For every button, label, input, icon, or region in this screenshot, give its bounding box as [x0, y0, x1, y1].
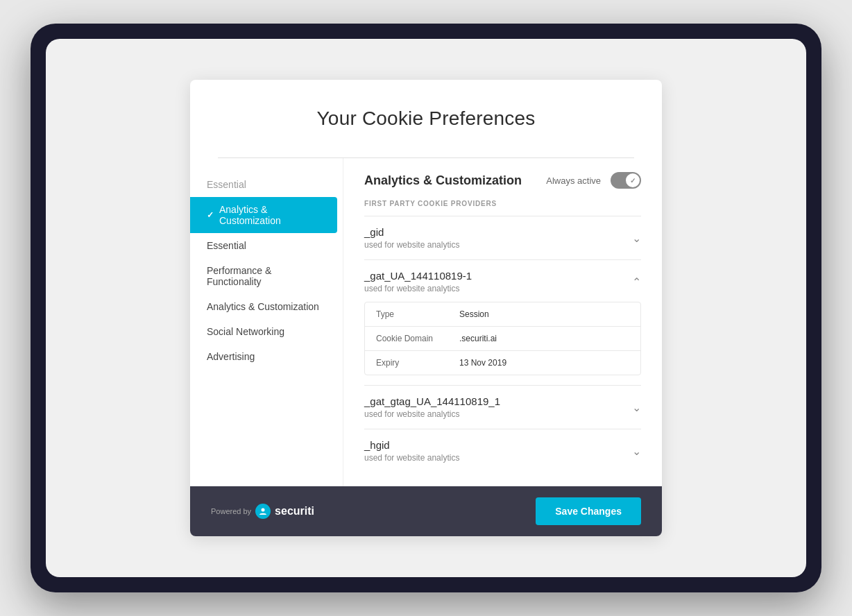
always-active-label: Always active — [546, 176, 601, 186]
cookie-gat-ua-name: _gat_UA_144110819-1 — [364, 270, 472, 282]
chevron-up-icon-gat-ua: ⌃ — [632, 275, 641, 289]
cookie-gid-info: _gid used for website analytics — [364, 226, 459, 250]
cookie-gat-ua-desc: used for website analytics — [364, 284, 472, 293]
sidebar-item-social[interactable]: Social Networking — [190, 319, 343, 344]
detail-value-domain: .securiti.ai — [459, 334, 497, 343]
svg-point-0 — [262, 508, 265, 512]
cookie-item-gid: _gid used for website analytics ⌄ — [364, 216, 641, 259]
sidebar-item-essential[interactable]: Essential — [190, 233, 343, 258]
cookie-item-hgid-header[interactable]: _hgid used for website analytics ⌄ — [364, 439, 641, 463]
sidebar-item-advertising[interactable]: Advertising — [190, 344, 343, 369]
device-frame: Your Cookie Preferences Essential ✓ Anal… — [31, 24, 821, 592]
sidebar-item-essential-top[interactable]: Essential — [190, 172, 343, 197]
always-active-toggle[interactable]: ✓ — [611, 172, 641, 189]
detail-label-expiry: Expiry — [376, 358, 459, 368]
panel-title: Analytics & Customization — [364, 173, 522, 188]
device-screen: Your Cookie Preferences Essential ✓ Anal… — [46, 39, 806, 577]
detail-label-type: Type — [376, 309, 459, 319]
cookie-item-hgid: _hgid used for website analytics ⌄ — [364, 429, 641, 472]
sidebar-item-analytics-2[interactable]: Analytics & Customization — [190, 294, 343, 319]
sidebar: Essential ✓ Analytics & Customization Es… — [190, 158, 343, 486]
cookie-gat-ua-info: _gat_UA_144110819-1 used for website ana… — [364, 270, 472, 293]
detail-row-expiry: Expiry 13 Nov 2019 — [365, 351, 640, 375]
cookie-item-gat-ua: _gat_UA_144110819-1 used for website ana… — [364, 259, 641, 385]
detail-value-type: Session — [459, 309, 489, 319]
panel-header: Analytics & Customization Always active … — [364, 172, 641, 189]
sidebar-item-performance[interactable]: Performance & Functionality — [190, 258, 343, 294]
detail-row-type: Type Session — [365, 302, 640, 327]
modal-footer: Powered by securiti Save Changes — [190, 486, 662, 536]
toggle-thumb: ✓ — [626, 173, 640, 187]
securiti-logo: securiti — [255, 504, 314, 519]
cookie-hgid-desc: used for website analytics — [364, 453, 459, 463]
modal-title: Your Cookie Preferences — [218, 108, 634, 130]
modal-title-section: Your Cookie Preferences — [190, 80, 662, 144]
cookie-hgid-info: _hgid used for website analytics — [364, 439, 459, 463]
cookie-item-gid-header[interactable]: _gid used for website analytics ⌄ — [364, 226, 641, 250]
cookie-gat-gtag-name: _gat_gtag_UA_144110819_1 — [364, 395, 500, 407]
cookie-gat-gtag-info: _gat_gtag_UA_144110819_1 used for websit… — [364, 395, 500, 419]
cookie-gat-gtag-desc: used for website analytics — [364, 409, 500, 419]
check-icon: ✓ — [207, 210, 214, 220]
securiti-brand-name: securiti — [275, 505, 314, 517]
cookie-gat-ua-details: Type Session Cookie Domain .securiti.ai … — [364, 302, 641, 375]
detail-row-domain: Cookie Domain .securiti.ai — [365, 327, 640, 351]
cookie-gid-desc: used for website analytics — [364, 240, 459, 250]
detail-label-domain: Cookie Domain — [376, 334, 459, 343]
save-changes-button[interactable]: Save Changes — [536, 497, 641, 525]
cookie-item-gat-gtag: _gat_gtag_UA_144110819_1 used for websit… — [364, 385, 641, 429]
cookie-item-gat-gtag-header[interactable]: _gat_gtag_UA_144110819_1 used for websit… — [364, 395, 641, 419]
chevron-down-icon-gid: ⌄ — [632, 232, 641, 245]
main-panel: Analytics & Customization Always active … — [343, 158, 662, 486]
toggle-check-icon: ✓ — [630, 177, 636, 185]
powered-by: Powered by securiti — [211, 504, 314, 519]
cookie-gid-name: _gid — [364, 226, 459, 238]
cookie-hgid-name: _hgid — [364, 439, 459, 451]
detail-value-expiry: 13 Nov 2019 — [459, 358, 506, 368]
content-area: Essential ✓ Analytics & Customization Es… — [190, 158, 662, 486]
chevron-down-icon-hgid: ⌄ — [632, 445, 641, 458]
securiti-icon — [255, 504, 271, 519]
chevron-down-icon-gat-gtag: ⌄ — [632, 401, 641, 414]
section-label: FIRST PARTY COOKIE PROVIDERS — [364, 200, 641, 207]
cookie-preferences-modal: Your Cookie Preferences Essential ✓ Anal… — [190, 80, 662, 536]
toggle-container: Always active ✓ — [546, 172, 641, 189]
cookie-item-gat-ua-header[interactable]: _gat_UA_144110819-1 used for website ana… — [364, 270, 641, 293]
powered-by-label: Powered by — [211, 507, 251, 515]
sidebar-item-analytics-active[interactable]: ✓ Analytics & Customization — [190, 197, 337, 233]
